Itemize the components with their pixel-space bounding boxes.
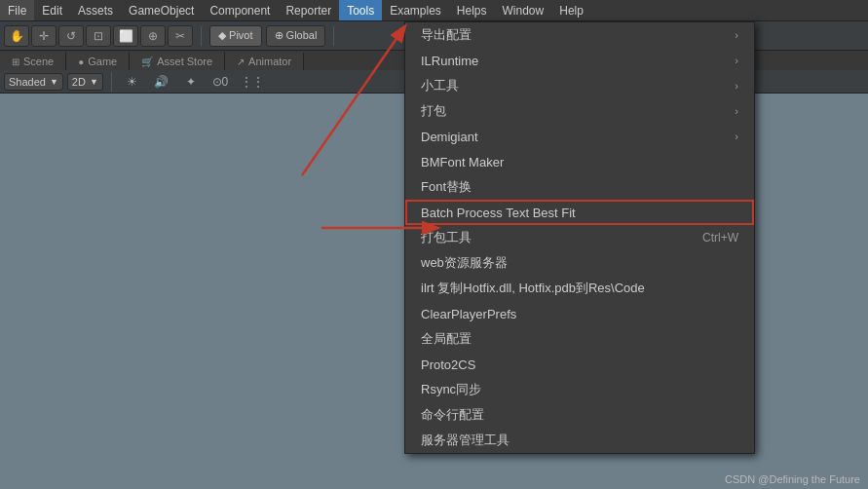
menu-proto2cs-label: Proto2CS <box>421 357 738 372</box>
menu-global-config-label: 全局配置 <box>421 330 738 348</box>
menu-small-tools-label: 小工具 <box>421 77 735 94</box>
hand-tool-button[interactable]: ✋ <box>4 25 29 47</box>
toolbar-tools-group: ✋ ✛ ↺ ⊡ ⬜ ⊕ ✂ <box>4 25 193 47</box>
menu-small-tools[interactable]: 小工具 › <box>405 73 754 98</box>
menu-gameobject[interactable]: GameObject <box>121 0 202 20</box>
rect-tool-button[interactable]: ⬜ <box>113 25 138 47</box>
menu-server-manager[interactable]: 服务器管理工具 <box>405 428 754 453</box>
ilruntime-arrow-icon: › <box>735 55 738 66</box>
menu-tools[interactable]: Tools <box>339 0 382 20</box>
small-tools-arrow-icon: › <box>735 80 738 92</box>
rotate-tool-button[interactable]: ↺ <box>58 25 84 47</box>
menu-cmd-config[interactable]: 命令行配置 <box>405 402 754 428</box>
menu-bmfont[interactable]: BMFont Maker <box>405 149 754 174</box>
menu-clear-prefs-label: ClearPlayerPrefs <box>421 307 738 321</box>
menu-pack-tools[interactable]: 打包工具 Ctrl+W <box>405 225 754 250</box>
menu-rsync-label: Rsync同步 <box>421 381 738 398</box>
game-tab-icon: ● <box>78 56 84 67</box>
shading-select[interactable]: Shaded ▼ <box>4 73 63 91</box>
menu-clear-prefs[interactable]: ClearPlayerPrefs <box>405 301 754 326</box>
menu-font-replace[interactable]: Font替换 <box>405 174 754 200</box>
menu-bmfont-label: BMFont Maker <box>421 155 738 169</box>
menu-ilruntime[interactable]: ILRuntime › <box>405 48 754 73</box>
asset-store-tab-icon: 🛒 <box>141 56 153 67</box>
menu-assets[interactable]: Assets <box>70 0 121 20</box>
animator-tab-icon: ↗ <box>237 56 245 67</box>
tab-asset-store[interactable]: 🛒 Asset Store <box>130 53 225 70</box>
menu-font-replace-label: Font替换 <box>421 178 738 196</box>
menu-ilrt-copy[interactable]: ilrt 复制Hotfix.dll, Hotfix.pdb到Res\Code <box>405 276 754 301</box>
menu-helps[interactable]: Helps <box>449 0 495 20</box>
tab-asset-store-label: Asset Store <box>157 56 212 67</box>
menu-ilrt-copy-label: ilrt 复制Hotfix.dll, Hotfix.pdb到Res\Code <box>421 280 738 297</box>
menu-web-server-label: web资源服务器 <box>421 254 738 272</box>
lighting-toggle[interactable]: ☀ <box>120 71 145 93</box>
global-toggle[interactable]: ⊕ Global <box>266 25 326 47</box>
menu-file[interactable]: File <box>0 0 34 20</box>
menu-cmd-config-label: 命令行配置 <box>421 406 738 424</box>
menu-proto2cs[interactable]: Proto2CS <box>405 352 754 377</box>
menu-window[interactable]: Window <box>495 0 552 20</box>
mode-select[interactable]: 2D ▼ <box>67 73 103 91</box>
menu-examples[interactable]: Examples <box>382 0 449 20</box>
tab-game-label: Game <box>88 56 117 67</box>
shading-label: Shaded <box>9 76 46 88</box>
toolbar2-divider <box>111 72 112 92</box>
tab-animator-label: Animator <box>248 56 291 67</box>
toolbar-divider-1 <box>201 26 202 46</box>
menu-ilruntime-label: ILRuntime <box>421 54 735 68</box>
menu-pack[interactable]: 打包 › <box>405 98 754 124</box>
mode-arrow-icon: ▼ <box>90 77 98 87</box>
menu-demigiant[interactable]: Demigiant › <box>405 124 754 149</box>
gizmos-toggle[interactable]: ⊙0 <box>208 71 233 93</box>
menu-export-config-label: 导出配置 <box>421 26 735 44</box>
tools-dropdown-menu[interactable]: 导出配置 › ILRuntime › 小工具 › 打包 › Demigiant … <box>404 21 755 454</box>
grid-toggle[interactable]: ⋮⋮ <box>237 71 268 93</box>
tab-animator[interactable]: ↗ Animator <box>225 53 304 70</box>
menu-edit[interactable]: Edit <box>34 0 70 20</box>
menu-component[interactable]: Component <box>202 0 278 20</box>
scene-tab-icon: ⊞ <box>12 56 19 67</box>
pack-arrow-icon: › <box>735 105 738 117</box>
menu-web-server[interactable]: web资源服务器 <box>405 250 754 276</box>
tab-scene[interactable]: ⊞ Scene <box>0 53 66 70</box>
menu-global-config[interactable]: 全局配置 <box>405 326 754 352</box>
move-tool-button[interactable]: ✛ <box>31 25 57 47</box>
mode-label: 2D <box>72 76 86 88</box>
scale-tool-button[interactable]: ⊡ <box>86 25 111 47</box>
menubar: File Edit Assets GameObject Component Re… <box>0 0 868 21</box>
menu-server-manager-label: 服务器管理工具 <box>421 432 738 449</box>
export-config-arrow-icon: › <box>735 29 738 41</box>
demigiant-arrow-icon: › <box>735 131 738 142</box>
menu-demigiant-label: Demigiant <box>421 130 735 144</box>
transform-tool-button[interactable]: ⊕ <box>140 25 166 47</box>
shading-arrow-icon: ▼ <box>50 77 58 87</box>
menu-pack-tools-shortcut: Ctrl+W <box>702 231 738 244</box>
pivot-toggle[interactable]: ◆ Pivot <box>209 25 262 47</box>
menu-batch-process-label: Batch Process Text Best Fit <box>421 206 738 220</box>
effects-toggle[interactable]: ✦ <box>178 71 204 93</box>
tab-game[interactable]: ● Game <box>66 53 130 70</box>
menu-rsync[interactable]: Rsync同步 <box>405 377 754 402</box>
menu-batch-process[interactable]: Batch Process Text Best Fit <box>405 200 754 225</box>
menu-reporter[interactable]: Reporter <box>278 0 339 20</box>
watermark: CSDN @Defining the Future <box>725 473 860 485</box>
toolbar-divider-2 <box>333 26 334 46</box>
menu-pack-tools-label: 打包工具 <box>421 229 683 246</box>
menu-pack-label: 打包 <box>421 102 735 120</box>
menu-export-config[interactable]: 导出配置 › <box>405 22 754 48</box>
tab-scene-label: Scene <box>23 56 54 67</box>
audio-toggle[interactable]: 🔊 <box>149 71 174 93</box>
custom-tool-button[interactable]: ✂ <box>168 25 193 47</box>
menu-help[interactable]: Help <box>551 0 591 20</box>
